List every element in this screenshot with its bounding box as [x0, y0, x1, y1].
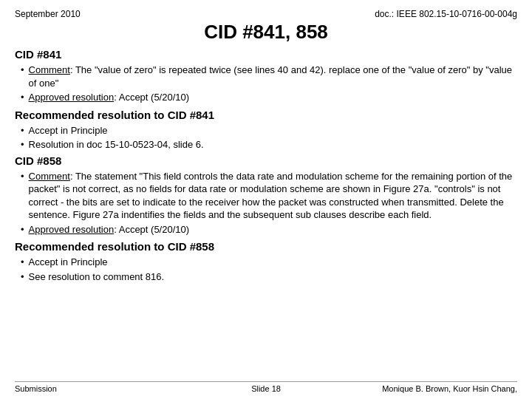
recommended858-text2: See resolution to comment 816.: [29, 270, 165, 284]
header-doc: doc.: IEEE 802.15-10-0716-00-004g: [375, 9, 517, 19]
recommended841-title: Recommended resolution to CID #841: [15, 109, 517, 121]
recommended858-text1: Accept in Principle: [29, 256, 108, 269]
main-title: CID #841, 858: [15, 21, 517, 44]
cid858-title: CID #858: [15, 154, 517, 167]
cid858-approved: • Approved resolution: Accept (5/20/10): [21, 223, 517, 236]
cid841-comment: • Comment: The "value of zero" is repeat…: [21, 64, 517, 89]
recommended841-text2: Resolution in doc 15-10-0523-04, slide 6…: [29, 138, 204, 151]
footer-slide: Slide 18: [183, 384, 350, 393]
cid858-comment-label: Comment: [29, 171, 70, 182]
cid858-approved-label: Approved resolution: [29, 224, 115, 235]
cid841-approved-label: Approved resolution: [29, 92, 115, 103]
recommended858-bullets: • Accept in Principle • See resolution t…: [15, 256, 517, 283]
footer-authors: Monique B. Brown, Kuor Hsin Chang,: [349, 384, 517, 393]
cid841-approved-text: : Accept (5/20/10): [114, 92, 189, 103]
recommended858-item2: • See resolution to comment 816.: [21, 270, 517, 284]
cid858-approved-text: : Accept (5/20/10): [114, 224, 189, 235]
recommended858-title: Recommended resolution to CID #858: [15, 240, 517, 253]
cid841-approved: • Approved resolution: Accept (5/20/10): [21, 91, 517, 104]
recommended841-item1: • Accept in Principle: [21, 124, 517, 137]
cid858-bullets: • Comment: The statement "This field con…: [15, 170, 517, 236]
header-row: September 2010 doc.: IEEE 802.15-10-0716…: [15, 9, 517, 19]
cid841-comment-label: Comment: [29, 64, 70, 75]
recommended841-item2: • Resolution in doc 15-10-0523-04, slide…: [21, 138, 517, 151]
cid858-comment: • Comment: The statement "This field con…: [21, 170, 517, 222]
recommended858-item1: • Accept in Principle: [21, 256, 517, 269]
cid841-bullets: • Comment: The "value of zero" is repeat…: [15, 64, 517, 104]
recommended841-text1: Accept in Principle: [29, 124, 108, 137]
cid858-comment-text: : The statement "This field controls the…: [29, 171, 513, 221]
recommended841-bullets: • Accept in Principle • Resolution in do…: [15, 124, 517, 151]
cid841-title: CID #841: [15, 48, 517, 61]
footer: Submission Slide 18 Monique B. Brown, Ku…: [15, 381, 517, 393]
header-date: September 2010: [15, 9, 81, 19]
footer-submission: Submission: [15, 384, 183, 393]
slide-container: September 2010 doc.: IEEE 802.15-10-0716…: [0, 0, 532, 399]
cid841-comment-text: : The "value of zero" is repeated twice …: [29, 64, 512, 89]
